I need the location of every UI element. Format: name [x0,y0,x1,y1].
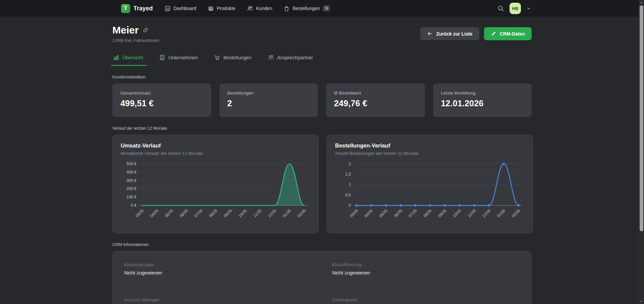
copy-link-button[interactable] [143,27,149,33]
building-icon [159,54,165,61]
bar-chart-icon [113,54,119,61]
user-menu-button[interactable] [526,6,531,11]
scrollbar-thumb[interactable] [640,5,643,231]
pencil-icon [491,31,496,37]
svg-text:200 €: 200 € [126,186,137,191]
charts-grid: Umsatz-Verlauf Monatlicher Umsatz der le… [112,135,532,233]
svg-text:06/25: 06/25 [393,208,403,218]
svg-text:11/25: 11/25 [253,208,262,218]
svg-text:07/25: 07/25 [408,208,418,218]
search-button[interactable] [497,5,504,12]
link-icon [143,27,149,33]
umsatz-chart: 0 €100 €200 €300 €400 €500 €03/2504/2505… [121,161,310,224]
stat-card-gesamtumsatz: Gesamtumsatz 499,51 € [112,83,211,117]
svg-text:08/25: 08/25 [208,208,218,218]
bestellungen-count-badge: 6 [323,5,330,11]
crm-info-card: Kundengruppe Nicht zugewiesen Klassifizi… [112,251,532,304]
search-icon [497,5,504,12]
nav-item-label: Dashboard [173,6,197,11]
svg-text:03/25: 03/25 [135,208,145,218]
arrow-left-icon [427,31,433,37]
nav-item-label: Kunden [256,6,272,11]
svg-text:04/25: 04/25 [149,208,159,218]
svg-text:500 €: 500 € [126,162,137,166]
stat-card-letzte-bestellung: Letzte Bestellung 12.01.2026 [433,83,532,117]
page-header: Meier 12668 Kiel, Falklandinseln Zurück … [112,24,532,43]
svg-text:06/25: 06/25 [179,208,189,218]
svg-text:09/25: 09/25 [223,208,233,218]
svg-text:08/25: 08/25 [423,208,432,218]
brand[interactable]: T Trayed [121,4,153,13]
svg-text:02/26: 02/26 [511,208,521,218]
svg-text:02/26: 02/26 [297,208,307,218]
svg-text:12/25: 12/25 [267,208,277,218]
crm-data-button[interactable]: CRM-Daten [484,27,532,40]
umsatz-chart-card: Umsatz-Verlauf Monatlicher Umsatz der le… [112,135,319,233]
nav-item-produkte[interactable]: Produkte [207,3,236,14]
svg-text:0 €: 0 € [131,203,137,208]
newspaper-icon [208,5,214,12]
nav-item-bestellungen[interactable]: Bestellungen 6 [283,3,331,14]
svg-text:400 €: 400 € [126,170,137,175]
shopping-cart-icon [214,54,220,61]
crm-field-account-manager: Account Manager Nicht zugewiesen [124,297,312,304]
vertical-scrollbar[interactable]: ▲ ▼ [639,0,644,304]
stat-card-bestellungen: Bestellungen 2 [219,83,318,117]
trayed-logo-icon: T [121,4,130,13]
tab-bar: Übersicht Unternehmen Bestellungen Anspr… [112,53,532,66]
tab-unternehmen[interactable]: Unternehmen [158,53,199,65]
svg-text:03/25: 03/25 [349,208,359,218]
crm-field-zahlungsziel: Zahlungsziel Standard [332,297,520,304]
scrollbar-up-arrow[interactable]: ▲ [639,0,644,5]
svg-text:300 €: 300 € [126,178,137,183]
dashboard-icon [164,5,171,12]
svg-text:0,5: 0,5 [345,193,351,197]
stat-card-bestellwert: Ø Bestellwert 249,76 € [326,83,425,117]
crm-field-kundengruppe: Kundengruppe Nicht zugewiesen [124,262,312,285]
svg-text:11/25: 11/25 [467,208,476,218]
page-title: Meier [112,24,139,36]
nav-item-dashboard[interactable]: Dashboard [164,3,197,14]
charts-section-label: Verlauf der letzten 12 Monate [112,126,532,131]
chevron-down-icon [526,6,531,11]
avatar[interactable]: HB [509,3,521,14]
svg-text:10/25: 10/25 [452,208,462,218]
shopping-bag-icon [283,5,290,12]
nav-item-kunden[interactable]: Kunden [246,3,273,14]
customer-address: 12668 Kiel, Falklandinseln [112,38,159,43]
nav-item-label: Bestellungen [292,6,320,11]
nav-item-label: Produkte [217,6,235,11]
svg-text:1,5: 1,5 [345,172,351,177]
svg-text:1: 1 [348,182,351,187]
back-to-list-button[interactable]: Zurück zur Liste [420,27,479,40]
svg-text:01/26: 01/26 [496,208,506,218]
bestellungen-chart-card: Bestellungen-Verlauf Anzahl Bestellungen… [327,135,533,233]
svg-text:12/25: 12/25 [482,208,491,218]
svg-text:05/25: 05/25 [164,208,174,218]
svg-text:04/25: 04/25 [364,208,373,218]
svg-text:2: 2 [348,162,351,166]
svg-text:10/25: 10/25 [238,208,248,218]
brand-name: Trayed [133,5,153,12]
crm-field-klassifizierung: Klassifizierung Nicht zugewiesen [332,262,520,285]
tab-bestellungen[interactable]: Bestellungen [213,53,252,65]
bestellungen-chart: 00,511,5203/2504/2505/2506/2507/2508/250… [335,161,525,224]
tab-ansprechpartner[interactable]: Ansprechpartner [267,53,314,65]
svg-text:01/26: 01/26 [282,208,292,218]
tab-uebersicht[interactable]: Übersicht [112,53,144,65]
main-nav: Dashboard Produkte Kunden Bestellungen 6 [164,3,331,14]
users-icon [268,54,274,61]
stats-grid: Gesamtumsatz 499,51 € Bestellungen 2 Ø B… [112,83,532,117]
top-navbar: T Trayed Dashboard Produkte Kunden Beste… [0,0,644,17]
svg-text:07/25: 07/25 [194,208,203,218]
scrollbar-down-arrow[interactable]: ▼ [639,299,644,304]
main-content: Meier 12668 Kiel, Falklandinseln Zurück … [112,24,532,304]
svg-text:100 €: 100 € [126,195,137,199]
svg-text:0: 0 [348,203,351,208]
crm-section-label: CRM-Informationen [112,242,532,247]
stats-section-label: Kundenstatistiken [112,75,532,79]
users-icon [247,5,253,12]
svg-text:09/25: 09/25 [437,208,447,218]
svg-text:05/25: 05/25 [378,208,388,218]
